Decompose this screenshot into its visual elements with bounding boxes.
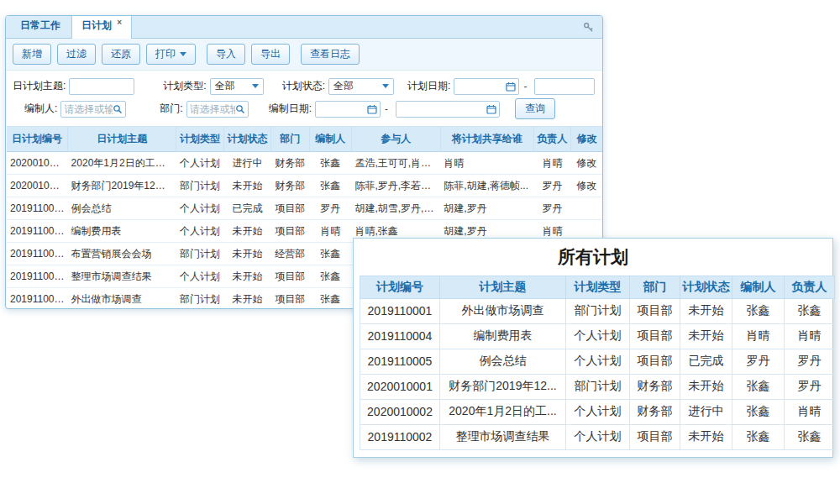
query-button[interactable]: 查询	[515, 98, 555, 119]
plan-status-select[interactable]: 全部	[328, 78, 394, 95]
plan-id-link[interactable]: 2020010002	[7, 152, 68, 175]
plan-type-cell: 部门计划	[566, 374, 630, 399]
compile-date-from-input[interactable]	[315, 101, 381, 118]
tab-daily-plan[interactable]: 日计划 ×	[71, 15, 132, 39]
chevron-down-icon	[252, 84, 259, 88]
calendar-icon[interactable]	[367, 104, 377, 114]
column-header: 部门	[271, 127, 309, 152]
table-row: 2019110005例会总结个人计划已完成项目部罗丹胡建,胡雪,罗丹,任晓...…	[7, 197, 602, 220]
compiler-field[interactable]	[64, 103, 113, 115]
plan-id-link[interactable]: 2019110005	[7, 197, 68, 220]
department-input[interactable]	[186, 101, 249, 118]
print-button[interactable]: 打印	[146, 44, 196, 65]
table-row: 2019110001外出做市场调查部门计划项目部未开始张鑫张鑫	[360, 298, 835, 323]
column-header: 计划类型	[566, 276, 630, 299]
plan-subject-cell: 整理市场调查结果	[440, 424, 566, 449]
department-cell: 项目部	[630, 349, 680, 374]
plan-status-cell: 已完成	[223, 197, 270, 220]
compile-date-from-field[interactable]	[318, 103, 367, 115]
tab-label: 日常工作	[20, 19, 60, 31]
compile-date-to-input[interactable]	[396, 101, 500, 118]
column-header: 负责人	[785, 276, 835, 299]
compile-date-to-field[interactable]	[399, 103, 486, 115]
filter-button[interactable]: 过滤	[57, 44, 96, 65]
column-header: 日计划主题	[68, 127, 176, 152]
subject-input[interactable]	[69, 78, 134, 95]
compiler-cell: 肖晴	[309, 220, 351, 243]
restore-button[interactable]: 还原	[102, 44, 140, 65]
plan-date-to-input[interactable]	[534, 78, 595, 95]
plan-id-link[interactable]: 2019110001	[7, 288, 68, 310]
department-cell: 财务部	[630, 374, 680, 399]
plan-subject-link[interactable]: 编制费用表	[68, 220, 176, 243]
range-separator: -	[523, 81, 527, 92]
tab-label: 日计划	[81, 19, 112, 31]
plan-status-cell: 进行中	[223, 152, 270, 175]
plan-subject-link[interactable]: 财务部门2019年12月的...	[68, 175, 176, 197]
plan-type-value: 全部	[215, 79, 235, 93]
plan-type-select[interactable]: 全部	[210, 78, 264, 95]
department-cell: 项目部	[630, 424, 680, 449]
column-header: 修改	[571, 127, 602, 152]
filter-panel: 日计划主题: 计划类型: 全部 计划状态: 全部 计划日期:	[6, 71, 602, 123]
department-field[interactable]	[190, 103, 235, 115]
all-plans-table: 计划编号计划主题计划类型部门计划状态编制人负责人 2019110001外出做市场…	[360, 276, 835, 450]
compiler-cell: 张鑫	[732, 298, 785, 323]
plan-id-link[interactable]: 2019110003	[7, 243, 68, 265]
column-header: 参与人	[351, 127, 440, 152]
plan-type-cell: 个人计划	[176, 220, 223, 243]
plan-status-cell: 未开始	[680, 323, 732, 349]
owner-cell: 肖晴	[785, 399, 835, 424]
department-label: 部门:	[160, 102, 182, 116]
compiler-cell: 张鑫	[309, 265, 351, 288]
plan-subject-link[interactable]: 整理市场调查结果	[68, 265, 176, 288]
compiler-cell: 张鑫	[309, 175, 351, 197]
share-with-cell: 肖晴	[440, 152, 533, 175]
plan-id-link[interactable]: 2019110002	[7, 265, 68, 288]
column-header: 将计划共享给谁	[440, 127, 533, 152]
plan-id-cell: 2019110005	[360, 349, 440, 374]
plan-id-link[interactable]: 2019110004	[7, 220, 68, 243]
add-button[interactable]: 新增	[13, 44, 51, 65]
plan-id-cell: 2019110001	[360, 298, 440, 323]
compiler-cell: 张鑫	[309, 243, 351, 265]
import-button[interactable]: 导入	[207, 44, 245, 65]
plan-subject-link[interactable]: 布置营销展会会场	[68, 243, 176, 265]
department-cell: 项目部	[271, 220, 309, 243]
plan-date-from-field[interactable]	[457, 81, 506, 92]
plan-status-cell: 未开始	[223, 220, 270, 243]
compile-date-label: 编制日期:	[269, 102, 312, 116]
modify-link[interactable]: 修改	[571, 175, 602, 197]
owner-cell: 肖晴	[785, 323, 835, 349]
calendar-icon[interactable]	[486, 104, 496, 114]
owner-cell: 张鑫	[785, 298, 835, 323]
magnifier-icon[interactable]	[235, 104, 245, 114]
column-header: 编制人	[309, 127, 351, 152]
subject-label: 日计划主题:	[13, 79, 66, 93]
compiler-input[interactable]	[60, 101, 126, 118]
view-log-button[interactable]: 查看日志	[301, 44, 360, 65]
modify-link[interactable]: 修改	[571, 152, 602, 175]
plan-subject-link[interactable]: 外出做市场调查	[68, 288, 176, 310]
plan-subject-link[interactable]: 2020年1月2日的工作日...	[68, 152, 176, 175]
column-header: 日计划编号	[7, 127, 68, 152]
participants-cell: 陈菲,罗丹,李若若,罗...	[351, 175, 440, 197]
plan-id-link[interactable]: 2020010001	[7, 175, 68, 197]
modify-link[interactable]	[571, 197, 602, 220]
share-with-cell: 胡建,罗丹	[440, 197, 533, 220]
plan-date-from-input[interactable]	[454, 78, 519, 95]
page-title: 所有计划	[360, 245, 827, 269]
share-with-cell: 陈菲,胡建,蒋德帧...	[440, 175, 533, 197]
close-icon[interactable]: ×	[117, 18, 122, 27]
plan-status-value: 全部	[333, 79, 354, 93]
plan-subject-link[interactable]: 例会总结	[68, 197, 176, 220]
all-plans-window: 所有计划 计划编号计划主题计划类型部门计划状态编制人负责人 2019110001…	[353, 238, 833, 458]
export-button[interactable]: 导出	[251, 44, 290, 65]
owner-cell: 罗丹	[785, 349, 835, 374]
compiler-cell: 张鑫	[309, 288, 351, 310]
tab-daily-work[interactable]: 日常工作	[11, 15, 70, 38]
column-header: 部门	[630, 276, 680, 299]
magnifier-icon[interactable]	[113, 104, 123, 114]
key-icon[interactable]	[583, 22, 594, 33]
calendar-icon[interactable]	[506, 81, 516, 92]
